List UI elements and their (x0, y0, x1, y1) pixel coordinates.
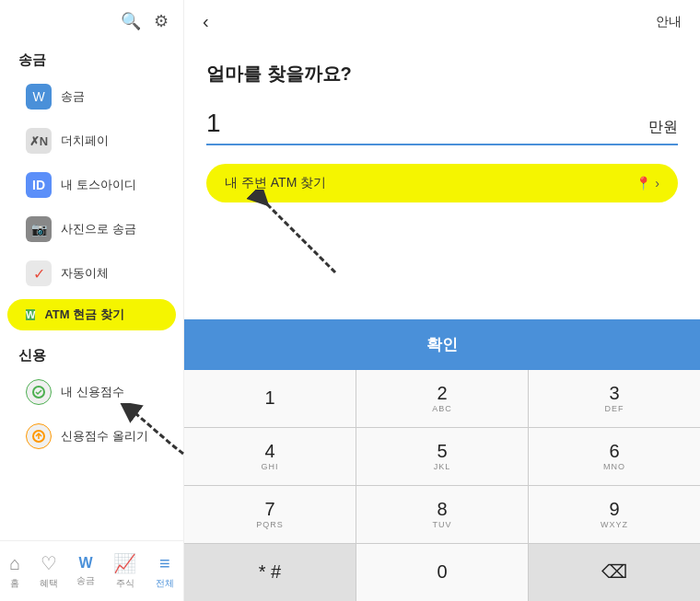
all-label: 전체 (156, 577, 174, 590)
sidebar-item-atm[interactable]: W ATM 현금 찾기 (7, 299, 176, 330)
camera-icon: 📷 (26, 216, 52, 242)
auto-transfer-label: 자동이체 (61, 265, 109, 282)
key-special-main: * # (259, 562, 281, 581)
right-header: ‹ 안내 (184, 0, 700, 43)
amount-input-row: 1 만원 (206, 109, 678, 145)
nav-item-send[interactable]: W 송금 (69, 551, 102, 591)
sidebar-item-photo-send[interactable]: 📷 사진으로 송금 (7, 207, 176, 251)
bottom-nav: ⌂ 홈 ♡ 혜택 W 송금 📈 주식 ≡ 전체 (0, 540, 183, 601)
myid-label: 내 토스아이디 (61, 177, 136, 193)
stocks-icon: 📈 (113, 552, 136, 574)
key-backspace[interactable]: ⌫ (529, 544, 700, 601)
left-panel: 🔍 ⚙ 송금 W 송금 ✗N 더치페이 ID 내 토스아이디 📷 사진으로 송금… (0, 0, 184, 601)
photo-send-label: 사진으로 송금 (61, 221, 136, 237)
key-6-main: 6 (609, 442, 619, 460)
key-9-main: 9 (609, 500, 619, 518)
home-icon: ⌂ (9, 553, 20, 574)
key-8-sub: TUV (433, 520, 452, 529)
location-icon: 📍 (636, 176, 651, 191)
search-icon[interactable]: 🔍 (121, 11, 141, 31)
key-special[interactable]: * # (184, 544, 356, 601)
key-2-sub: ABC (432, 404, 452, 413)
guide-button[interactable]: 안내 (656, 14, 682, 30)
key-4[interactable]: 4 GHI (184, 428, 356, 485)
sidebar-item-myid[interactable]: ID 내 토스아이디 (7, 163, 176, 207)
left-header: 🔍 ⚙ (0, 0, 183, 42)
key-8[interactable]: 8 TUV (356, 486, 528, 543)
back-button[interactable]: ‹ (203, 11, 209, 32)
nav-item-home[interactable]: ⌂ 홈 (2, 549, 28, 594)
confirm-button[interactable]: 확인 (184, 319, 700, 370)
touchpay-icon: ✗N (26, 128, 52, 154)
key-2-main: 2 (437, 384, 447, 402)
key-6-sub: MNO (603, 462, 625, 471)
sidebar-item-credit-up[interactable]: 신용점수 올리기 (7, 414, 176, 458)
key-4-sub: GHI (261, 462, 278, 471)
credit-section: 신용 내 신용점수 신용점수 올리기 (0, 334, 183, 462)
key-3[interactable]: 3 DEF (529, 370, 700, 427)
key-7-sub: PQRS (256, 520, 284, 529)
backspace-icon: ⌫ (601, 562, 627, 581)
benefits-label: 혜택 (40, 577, 58, 590)
key-1[interactable]: 1 (184, 370, 356, 427)
key-9[interactable]: 9 WXYZ (529, 486, 700, 543)
home-label: 홈 (10, 577, 19, 590)
right-content: 얼마를 찾을까요? 1 만원 내 주변 ATM 찾기 📍 › (184, 43, 700, 319)
key-7-main: 7 (264, 500, 274, 518)
stocks-label: 주식 (116, 577, 134, 590)
right-panel: ‹ 안내 얼마를 찾을까요? 1 만원 내 주변 ATM 찾기 📍 › (184, 0, 700, 601)
amount-question: 얼마를 찾을까요? (206, 62, 678, 87)
sidebar-item-credit-score[interactable]: 내 신용점수 (7, 370, 176, 414)
nav-item-stocks[interactable]: 📈 주식 (106, 549, 144, 594)
sidebar-item-touchpay[interactable]: ✗N 더치페이 (7, 119, 176, 163)
section-credit-title: 신용 (0, 338, 183, 370)
key-5[interactable]: 5 JKL (356, 428, 528, 485)
all-icon: ≡ (159, 553, 170, 574)
credit-score-icon (26, 379, 52, 405)
key-5-main: 5 (437, 442, 447, 460)
nav-item-all[interactable]: ≡ 전체 (148, 549, 181, 594)
key-1-main: 1 (264, 388, 274, 407)
arrow-area (206, 217, 678, 291)
atm-nearby-right: 📍 › (636, 176, 659, 191)
transfer-icon: ✓ (26, 260, 52, 286)
amount-value: 1 (206, 109, 221, 138)
touchpay-label: 더치페이 (61, 133, 109, 149)
settings-icon[interactable]: ⚙ (154, 11, 169, 31)
send-icon: W (26, 84, 52, 110)
key-4-main: 4 (264, 442, 274, 460)
send-nav-icon: W (78, 555, 92, 572)
benefits-icon: ♡ (41, 552, 57, 574)
nav-item-benefits[interactable]: ♡ 혜택 (32, 549, 65, 594)
arrow-annotation-right (243, 190, 354, 282)
sidebar-item-auto-transfer[interactable]: ✓ 자동이체 (7, 251, 176, 295)
section-send-title: 송금 (0, 42, 183, 75)
numpad-grid: 1 2 ABC 3 DEF 4 GHI 5 JKL 6 MNO (184, 370, 700, 601)
myid-icon: ID (26, 172, 52, 198)
atm-label: ATM 현금 찾기 (44, 306, 123, 323)
atm-icon: W (26, 309, 35, 320)
chevron-right-icon: › (655, 176, 659, 191)
send-label: 송금 (61, 88, 85, 105)
numpad-area: 확인 1 2 ABC 3 DEF 4 GHI 5 JKL (184, 319, 700, 601)
sidebar-item-send[interactable]: W 송금 (7, 75, 176, 119)
key-0-main: 0 (437, 562, 447, 581)
credit-up-label: 신용점수 올리기 (61, 428, 148, 445)
amount-unit: 만원 (648, 118, 678, 137)
key-2[interactable]: 2 ABC (356, 370, 528, 427)
credit-score-label: 내 신용점수 (61, 384, 124, 400)
key-5-sub: JKL (434, 462, 451, 471)
key-3-sub: DEF (605, 404, 624, 413)
key-8-main: 8 (437, 500, 447, 518)
key-6[interactable]: 6 MNO (529, 428, 700, 485)
credit-up-icon (26, 423, 52, 449)
key-9-sub: WXYZ (601, 520, 628, 529)
key-0[interactable]: 0 (356, 544, 528, 601)
key-7[interactable]: 7 PQRS (184, 486, 356, 543)
key-3-main: 3 (609, 384, 619, 402)
send-nav-label: 송금 (76, 574, 95, 587)
